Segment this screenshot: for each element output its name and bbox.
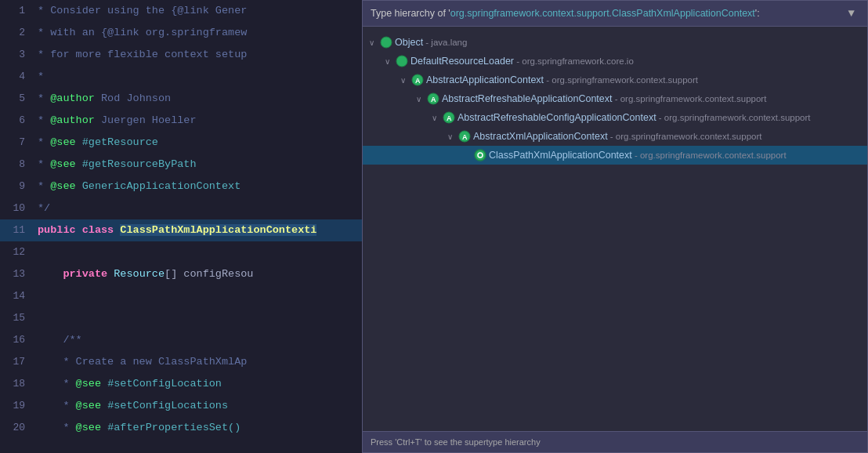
tree-arrow-arcac: ∨	[432, 114, 441, 122]
svg-text:A: A	[447, 114, 452, 122]
code-text-5: * @author Rod Johnson	[38, 88, 171, 110]
code-text-2: * with an {@link org.springframew	[38, 22, 247, 44]
hierarchy-title: Type hierarchy of 'org.springframework.c…	[371, 8, 760, 19]
tree-node-default-resource-loader[interactable]: ∨ DefaultResourceLoader - org.springfram…	[363, 52, 867, 71]
code-line-4: 4 *	[0, 66, 362, 88]
svg-point-10	[475, 150, 486, 161]
node-package-object: - java.lang	[423, 38, 467, 47]
code-text-16: /**	[38, 329, 82, 351]
node-class-drl: DefaultResourceLoader	[410, 56, 514, 67]
code-line-14: 14	[0, 285, 362, 307]
tree-arrow-cpxac	[463, 151, 472, 160]
line-number-20: 20	[6, 417, 25, 439]
editor-pane: 1 * Consider using the {@link Gener 2 * …	[0, 0, 362, 453]
code-text-11: public class ClassPathXmlApplicationCont…	[38, 219, 316, 241]
node-package-aac: - org.springframework.context.support	[544, 75, 698, 85]
code-line-10: 10 */	[0, 198, 362, 219]
code-line-7: 7 * @see #getResource	[0, 132, 362, 154]
line-number-15: 15	[6, 307, 25, 329]
code-line-9: 9 * @see GenericApplicationContext	[0, 176, 362, 198]
tree-node-abstract-xml-application-context[interactable]: ∨ A AbstractXmlApplicationContext - org.…	[363, 127, 867, 146]
line-number-7: 7	[6, 132, 25, 154]
tree-node-abstract-refreshable-config-application-context[interactable]: ∨ A AbstractRefreshableConfigApplication…	[363, 108, 867, 127]
node-class-axac: AbstractXmlApplicationContext	[473, 131, 608, 142]
code-line-13: 13 private Resource[] configResou	[0, 263, 362, 285]
line-number-1: 1	[6, 0, 25, 22]
tree-node-abstract-application-context[interactable]: ∨ A AbstractApplicationContext - org.spr…	[363, 71, 867, 89]
hierarchy-header: Type hierarchy of 'org.springframework.c…	[363, 1, 867, 27]
node-class-arac: AbstractRefreshableApplicationContext	[442, 93, 612, 104]
svg-text:A: A	[415, 77, 421, 85]
line-number-6: 6	[6, 110, 25, 132]
classpath-xml-application-context-icon	[474, 149, 486, 161]
tree-node-classpath-xml-application-context[interactable]: ClassPathXmlApplicationContext - org.spr…	[363, 146, 867, 165]
hierarchy-close-button[interactable]: ▼	[844, 5, 859, 21]
code-text-9: * @see GenericApplicationContext	[38, 176, 241, 198]
code-line-8: 8 * @see #getResourceByPath	[0, 154, 362, 176]
tree-node-object[interactable]: ∨ Object - java.lang	[363, 33, 867, 52]
code-line-15: 15	[0, 307, 362, 329]
code-line-6: 6 * @author Juergen Hoeller	[0, 110, 362, 132]
svg-text:A: A	[431, 96, 436, 103]
line-number-12: 12	[6, 241, 25, 263]
code-line-18: 18 * @see #setConfigLocation	[0, 373, 362, 395]
code-text-7: * @see #getResource	[38, 132, 158, 154]
node-package-arac: - org.springframework.context.support	[612, 94, 766, 103]
object-class-icon	[380, 36, 392, 49]
code-line-2: 2 * with an {@link org.springframew	[0, 22, 362, 44]
code-text-6: * @author Juergen Hoeller	[38, 110, 197, 132]
code-text-1: * Consider using the {@link Gener	[38, 0, 247, 22]
tree-node-abstract-refreshable-application-context[interactable]: ∨ A AbstractRefreshableApplicationContex…	[363, 89, 867, 108]
type-hierarchy-popup: Type hierarchy of 'org.springframework.c…	[362, 0, 868, 453]
hierarchy-tree[interactable]: ∨ Object - java.lang ∨ DefaultResourceLo…	[363, 27, 867, 431]
hierarchy-footer-text: Press 'Ctrl+T' to see the supertype hier…	[371, 437, 541, 447]
svg-point-1	[396, 56, 407, 67]
tree-arrow-drl: ∨	[385, 57, 394, 66]
code-line-3: 3 * for more flexible context setup	[0, 44, 362, 66]
line-number-19: 19	[6, 395, 25, 417]
line-number-18: 18	[6, 373, 25, 395]
code-line-12: 12	[0, 241, 362, 263]
line-number-8: 8	[6, 154, 25, 176]
abstract-refreshable-application-context-icon: A	[427, 92, 439, 105]
tree-arrow-axac: ∨	[447, 132, 457, 141]
node-package-axac: - org.springframework.context.support	[608, 132, 762, 141]
code-text-13: private Resource[] configResou	[38, 263, 253, 285]
tree-arrow-aac: ∨	[400, 76, 410, 85]
line-number-10: 10	[6, 198, 25, 219]
node-package-drl: - org.springframework.core.io	[514, 56, 634, 66]
svg-text:A: A	[462, 133, 468, 141]
code-line-5: 5 * @author Rod Johnson	[0, 88, 362, 110]
code-text-3: * for more flexible context setup	[38, 44, 247, 66]
code-text-19: * @see #setConfigLocations	[38, 395, 228, 417]
line-number-3: 3	[6, 44, 25, 66]
default-resource-loader-icon	[396, 55, 408, 67]
code-text-4: *	[38, 66, 44, 88]
code-text-18: * @see #setConfigLocation	[38, 373, 222, 395]
line-number-16: 16	[6, 329, 25, 351]
code-text-8: * @see #getResourceByPath	[38, 154, 197, 176]
abstract-xml-application-context-icon: A	[458, 130, 471, 143]
line-number-17: 17	[6, 351, 25, 373]
code-line-16: 16 /**	[0, 329, 362, 351]
node-class-cpxac: ClassPathXmlApplicationContext	[489, 150, 632, 161]
line-number-14: 14	[6, 285, 25, 307]
code-text-20: * @see #afterPropertiesSet()	[38, 417, 241, 439]
node-package-cpxac: - org.springframework.context.support	[632, 150, 787, 160]
tree-arrow-object: ∨	[369, 38, 378, 47]
line-number-11: 11	[6, 219, 25, 241]
code-text-17: * Create a new ClassPathXmlAp	[38, 351, 247, 373]
line-number-2: 2	[6, 22, 25, 44]
node-class-aac: AbstractApplicationContext	[426, 74, 544, 85]
code-line-20: 20 * @see #afterPropertiesSet()	[0, 417, 362, 439]
svg-point-0	[381, 37, 392, 48]
code-line-1: 1 * Consider using the {@link Gener	[0, 0, 362, 22]
line-number-4: 4	[6, 66, 25, 88]
tree-arrow-arac: ∨	[416, 95, 425, 103]
node-class-object: Object	[395, 37, 423, 48]
abstract-application-context-icon: A	[411, 74, 424, 86]
code-line-17: 17 * Create a new ClassPathXmlAp	[0, 351, 362, 373]
code-text-10: */	[38, 198, 50, 219]
node-class-arcac: AbstractRefreshableConfigApplicationCont…	[458, 112, 656, 123]
node-package-arcac: - org.springframework.context.support	[656, 113, 811, 122]
